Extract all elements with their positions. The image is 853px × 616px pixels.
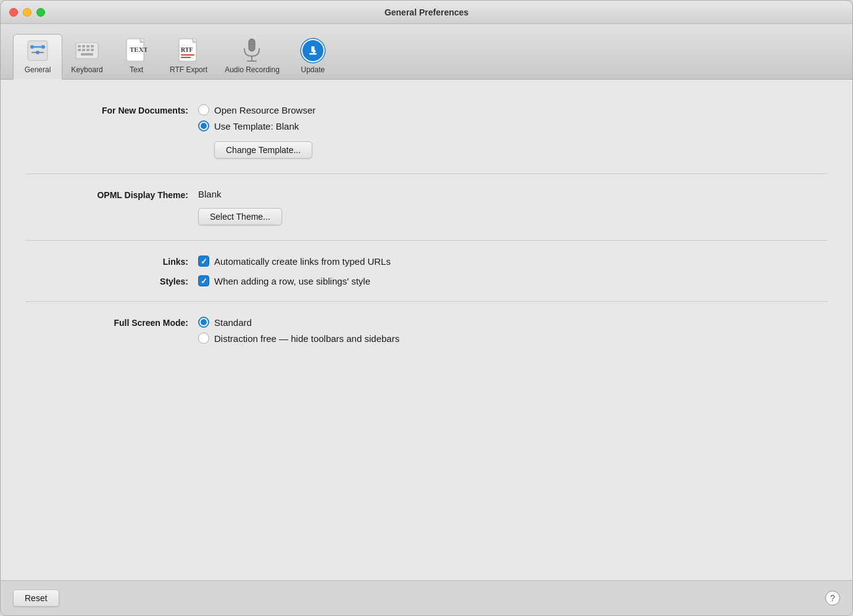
svg-rect-8 bbox=[82, 45, 85, 48]
audio-recording-icon bbox=[239, 38, 264, 63]
opml-theme-content: Blank Select Theme... bbox=[198, 189, 828, 225]
tab-rtf-export-label: RTF Export bbox=[170, 65, 207, 74]
svg-point-3 bbox=[41, 45, 45, 49]
minimize-button[interactable] bbox=[23, 8, 31, 17]
checkmark-links: ✓ bbox=[201, 257, 207, 265]
links-row: Links: ✓ Automatically create links from… bbox=[25, 256, 391, 267]
section-links-styles: Links: ✓ Automatically create links from… bbox=[25, 241, 828, 302]
radio-use-template[interactable]: Use Template: Blank bbox=[198, 120, 828, 131]
opml-theme-label: OPML Display Theme: bbox=[25, 189, 198, 200]
update-icon bbox=[301, 38, 325, 63]
radio-standard[interactable]: Standard bbox=[198, 317, 828, 328]
svg-point-2 bbox=[30, 45, 34, 49]
checkbox-styles-box[interactable]: ✓ bbox=[198, 275, 209, 286]
svg-rect-13 bbox=[86, 49, 89, 51]
close-button[interactable] bbox=[9, 8, 18, 17]
radio-distraction-free[interactable]: Distraction free — hide toolbars and sid… bbox=[198, 333, 828, 344]
tab-update-label: Update bbox=[301, 65, 325, 74]
opml-theme-value: Blank bbox=[198, 189, 828, 199]
checkmark-styles: ✓ bbox=[201, 277, 207, 285]
svg-rect-15 bbox=[81, 53, 93, 56]
tab-audio-recording-label: Audio Recording bbox=[225, 65, 280, 74]
radio-use-template-circle[interactable] bbox=[198, 120, 209, 131]
window-title: General Preferences bbox=[385, 7, 468, 17]
checkbox-links[interactable]: ✓ Automatically create links from typed … bbox=[198, 256, 391, 267]
radio-standard-label: Standard bbox=[214, 317, 252, 328]
rtf-export-icon: RTF bbox=[177, 38, 201, 63]
toolbar: General Keyboard TEXT bbox=[1, 24, 852, 80]
checkbox-links-box[interactable]: ✓ bbox=[198, 256, 209, 267]
svg-point-5 bbox=[36, 51, 40, 54]
tab-general-label: General bbox=[25, 65, 51, 74]
radio-open-resource-browser[interactable]: Open Resource Browser bbox=[198, 104, 828, 115]
text-icon: TEXT bbox=[124, 38, 149, 63]
bottom-bar: Reset ? bbox=[1, 580, 852, 615]
svg-rect-10 bbox=[91, 45, 94, 48]
general-icon bbox=[25, 38, 50, 63]
radio-use-template-label: Use Template: Blank bbox=[214, 121, 299, 131]
tab-text-label: Text bbox=[130, 65, 143, 74]
checkbox-links-label: Automatically create links from typed UR… bbox=[214, 256, 391, 267]
links-label: Links: bbox=[25, 256, 198, 267]
tab-text[interactable]: TEXT Text bbox=[112, 35, 161, 79]
tab-rtf-export[interactable]: RTF RTF Export bbox=[161, 35, 216, 79]
radio-distraction-free-circle[interactable] bbox=[198, 333, 209, 344]
full-screen-label: Full Screen Mode: bbox=[25, 317, 198, 328]
full-screen-content: Standard Distraction free — hide toolbar… bbox=[198, 317, 828, 344]
traffic-lights bbox=[9, 8, 45, 17]
keyboard-icon bbox=[75, 38, 99, 63]
radio-open-resource-browser-circle[interactable] bbox=[198, 104, 209, 115]
title-bar: General Preferences bbox=[1, 1, 852, 24]
tab-keyboard-label: Keyboard bbox=[71, 65, 102, 74]
svg-rect-22 bbox=[181, 54, 194, 56]
select-theme-button[interactable]: Select Theme... bbox=[198, 208, 282, 225]
help-button[interactable]: ? bbox=[825, 591, 840, 606]
reset-button[interactable]: Reset bbox=[13, 589, 59, 607]
links-content: ✓ Automatically create links from typed … bbox=[198, 256, 391, 267]
svg-rect-12 bbox=[82, 49, 85, 51]
section-new-documents: For New Documents: Open Resource Browser… bbox=[25, 98, 828, 174]
radio-standard-circle[interactable] bbox=[198, 317, 209, 328]
radio-distraction-free-label: Distraction free — hide toolbars and sid… bbox=[214, 333, 399, 344]
radio-open-resource-browser-label: Open Resource Browser bbox=[214, 105, 315, 115]
svg-rect-11 bbox=[78, 49, 81, 51]
change-template-button[interactable]: Change Template... bbox=[214, 141, 312, 159]
svg-rect-29 bbox=[309, 53, 317, 55]
tab-audio-recording[interactable]: Audio Recording bbox=[216, 35, 288, 79]
tab-update[interactable]: Update bbox=[288, 35, 338, 79]
section-full-screen: Full Screen Mode: Standard Distraction f… bbox=[25, 302, 828, 359]
checkbox-styles[interactable]: ✓ When adding a row, use siblings' style bbox=[198, 275, 370, 286]
svg-text:RTF: RTF bbox=[181, 46, 193, 53]
styles-content: ✓ When adding a row, use siblings' style bbox=[198, 275, 370, 286]
main-content: For New Documents: Open Resource Browser… bbox=[1, 80, 852, 580]
svg-rect-28 bbox=[311, 46, 314, 52]
new-documents-label: For New Documents: bbox=[25, 104, 198, 115]
tab-general[interactable]: General bbox=[13, 34, 62, 80]
svg-rect-9 bbox=[86, 45, 89, 48]
styles-row: Styles: ✓ When adding a row, use sibling… bbox=[25, 275, 370, 286]
new-documents-content: Open Resource Browser Use Template: Blan… bbox=[198, 104, 828, 159]
checkbox-styles-label: When adding a row, use siblings' style bbox=[214, 276, 370, 286]
maximize-button[interactable] bbox=[36, 8, 45, 17]
svg-rect-7 bbox=[78, 45, 81, 48]
tab-keyboard[interactable]: Keyboard bbox=[62, 35, 112, 79]
section-opml-theme: OPML Display Theme: Blank Select Theme..… bbox=[25, 174, 828, 241]
svg-rect-24 bbox=[249, 39, 255, 51]
styles-label: Styles: bbox=[25, 275, 198, 286]
svg-rect-23 bbox=[181, 57, 191, 58]
svg-rect-14 bbox=[91, 49, 94, 51]
svg-text:TEXT: TEXT bbox=[130, 46, 148, 53]
